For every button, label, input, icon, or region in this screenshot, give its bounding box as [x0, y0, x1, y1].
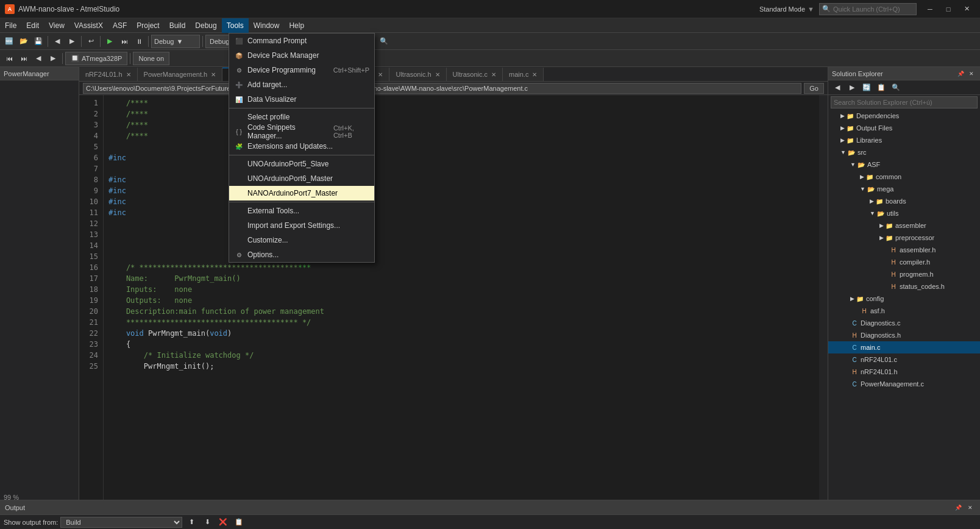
output-pin-btn[interactable]: 📌 — [953, 503, 963, 513]
menu-add-target[interactable]: ➕ Add target... — [229, 77, 374, 92]
menu-data-visualizer[interactable]: 📊 Data Visualizer — [229, 92, 374, 107]
output-source-select[interactable]: Build — [60, 517, 182, 528]
tab-close-ultrasonic[interactable]: ✕ — [491, 71, 496, 78]
menu-view[interactable]: View — [44, 18, 69, 33]
tab-close-powermgmth[interactable]: ✕ — [211, 71, 216, 78]
tab-close-socc[interactable]: ✕ — [378, 71, 383, 78]
none-on-btn[interactable]: None on — [133, 52, 169, 65]
code-editor[interactable]: 12345 678910 1112131415 1617181920 21222… — [79, 95, 828, 500]
scroll-indicator[interactable] — [819, 95, 828, 500]
output-btn1[interactable]: ⬆ — [185, 516, 198, 529]
tree-item-libraries[interactable]: ▶ 📁 Libraries — [828, 134, 980, 146]
tab-ultrasonic[interactable]: Ultrasonic.c ✕ — [447, 68, 503, 81]
close-button[interactable]: ✕ — [958, 3, 975, 15]
tb-forward[interactable]: ▶ — [65, 35, 79, 48]
menu-help[interactable]: Help — [284, 18, 309, 33]
menu-vassistx[interactable]: VAssistX — [69, 18, 108, 33]
se-pin-button[interactable]: 📌 — [956, 69, 965, 79]
menu-nano-port7[interactable]: NANOArduinoPort7_Master — [229, 186, 374, 201]
output-btn2[interactable]: ⬇ — [201, 516, 214, 529]
tab-close-mainc[interactable]: ✕ — [532, 71, 537, 78]
menu-debug[interactable]: Debug — [190, 18, 221, 33]
tree-item-src[interactable]: ▼ 📂 src — [828, 146, 980, 158]
menu-window[interactable]: Window — [249, 18, 285, 33]
tree-item-common[interactable]: ▶ 📁 common — [828, 171, 980, 183]
output-btn3[interactable]: ❌ — [216, 516, 230, 529]
tree-item-preprocessor-folder[interactable]: ▶ 📁 preprocessor — [828, 232, 980, 244]
menu-code-snippets[interactable]: { } Code Snippets Manager... Ctrl+K, Ctr… — [229, 124, 374, 139]
debug-mode-dropdown[interactable]: Debug ▼ — [151, 35, 200, 48]
menu-command-prompt[interactable]: ⬛ Command Prompt — [229, 34, 374, 48]
minimize-button[interactable]: ─ — [921, 3, 939, 15]
tab-close-ultrasonih[interactable]: ✕ — [435, 71, 440, 78]
tree-item-output-files[interactable]: ▶ 📁 Output Files — [828, 122, 980, 134]
menu-import-export[interactable]: Import and Export Settings... — [229, 218, 374, 233]
tb2-btn3[interactable]: ◀ — [32, 52, 45, 65]
menu-asf[interactable]: ASF — [108, 18, 132, 33]
tree-item-diagnosticsh[interactable]: H Diagnostics.h — [828, 329, 980, 341]
menu-select-profile[interactable]: Select profile — [229, 110, 374, 124]
quick-launch-input[interactable] — [833, 5, 906, 13]
menu-project[interactable]: Project — [132, 18, 164, 33]
tb-back[interactable]: ◀ — [51, 35, 64, 48]
tb-play[interactable]: ▶ — [103, 35, 116, 48]
se-tb-btn4[interactable]: 📋 — [875, 81, 888, 94]
menu-uno-port5[interactable]: UNOArduinoPort5_Slave — [229, 157, 374, 171]
tree-item-mainc[interactable]: C main.c — [828, 341, 980, 353]
menu-external-tools[interactable]: External Tools... — [229, 204, 374, 218]
address-input[interactable] — [83, 83, 801, 94]
tb-save[interactable]: 💾 — [32, 35, 45, 48]
tab-powermgmth[interactable]: PowerManagement.h ✕ — [138, 68, 223, 81]
se-close-button[interactable]: ✕ — [967, 69, 976, 79]
tb2-btn4[interactable]: ▶ — [46, 52, 60, 65]
tree-item-nrf24c[interactable]: C nRF24L01.c — [828, 353, 980, 366]
tree-item-asf[interactable]: ▼ 📂 ASF — [828, 158, 980, 171]
tree-item-nrf24h[interactable]: H nRF24L01.h — [828, 366, 980, 378]
output-btn4[interactable]: 📋 — [232, 516, 246, 529]
tree-item-mega[interactable]: ▼ 📂 mega — [828, 183, 980, 195]
menu-file[interactable]: File — [0, 18, 21, 33]
menu-build[interactable]: Build — [165, 18, 191, 33]
se-search-input[interactable] — [831, 96, 978, 108]
tree-item-boards[interactable]: ▶ 📁 boards — [828, 195, 980, 207]
tab-mainc[interactable]: main.c ✕ — [503, 68, 544, 81]
menu-options[interactable]: ⚙ Options... — [229, 247, 374, 262]
go-button[interactable]: Go — [804, 83, 824, 94]
tree-item-asfh[interactable]: H asf.h — [828, 305, 980, 317]
tree-item-diagnosticsc[interactable]: C Diagnostics.c — [828, 317, 980, 329]
menu-customize[interactable]: Customize... — [229, 233, 374, 247]
menu-tools[interactable]: Tools — [222, 18, 249, 33]
tb-open[interactable]: 📂 — [17, 35, 30, 48]
tree-item-assemblerh[interactable]: H assembler.h — [828, 244, 980, 256]
tb2-btn1[interactable]: ⏮ — [2, 52, 16, 65]
tab-nrf24l01h[interactable]: nRF24L01.h ✕ — [79, 68, 138, 81]
code-content[interactable]: /**** /**** /**** /**** #inc #inc #inc #… — [104, 95, 828, 500]
tree-item-compilerh[interactable]: H compiler.h — [828, 256, 980, 268]
se-tb-btn2[interactable]: ▶ — [845, 81, 859, 94]
tb-next[interactable]: ⏭ — [118, 35, 131, 48]
menu-uno-port6[interactable]: UNOArduinoPort6_Master — [229, 171, 374, 186]
tree-item-powermgmtc[interactable]: C PowerManagement.c — [828, 378, 980, 390]
device-selector[interactable]: 🔲 ATmega328P — [65, 52, 127, 65]
output-close-btn[interactable]: ✕ — [965, 503, 975, 513]
se-tb-btn1[interactable]: ◀ — [831, 81, 844, 94]
tab-ultrasonih[interactable]: Ultrasonic.h ✕ — [389, 68, 446, 81]
tb-new[interactable]: 🆕 — [2, 35, 16, 48]
tree-item-config[interactable]: ▶ 📁 config — [828, 293, 980, 305]
se-tb-btn3[interactable]: 🔄 — [860, 81, 873, 94]
tb-undo[interactable]: ↩ — [84, 35, 98, 48]
se-tb-btn5[interactable]: 🔍 — [889, 81, 903, 94]
maximize-button[interactable]: □ — [940, 3, 957, 15]
tree-item-assembler-folder[interactable]: ▶ 📁 assembler — [828, 219, 980, 232]
tree-item-dependencies[interactable]: ▶ 📁 Dependencies — [828, 110, 980, 122]
tb2-btn2[interactable]: ⏭ — [17, 52, 30, 65]
menu-device-programming[interactable]: ⚙ Device Programming Ctrl+Shift+P — [229, 63, 374, 77]
tree-item-progmemh[interactable]: H progmem.h — [828, 268, 980, 280]
menu-extensions[interactable]: 🧩 Extensions and Updates... — [229, 139, 374, 154]
tree-item-statush[interactable]: H status_codes.h — [828, 280, 980, 293]
tree-item-utils[interactable]: ▼ 📂 utils — [828, 207, 980, 219]
filter-icon[interactable]: ▼ — [808, 5, 814, 13]
tb-extra2[interactable]: 🔍 — [377, 35, 391, 48]
menu-edit[interactable]: Edit — [21, 18, 44, 33]
tab-close-nrf24l01h[interactable]: ✕ — [126, 71, 131, 78]
